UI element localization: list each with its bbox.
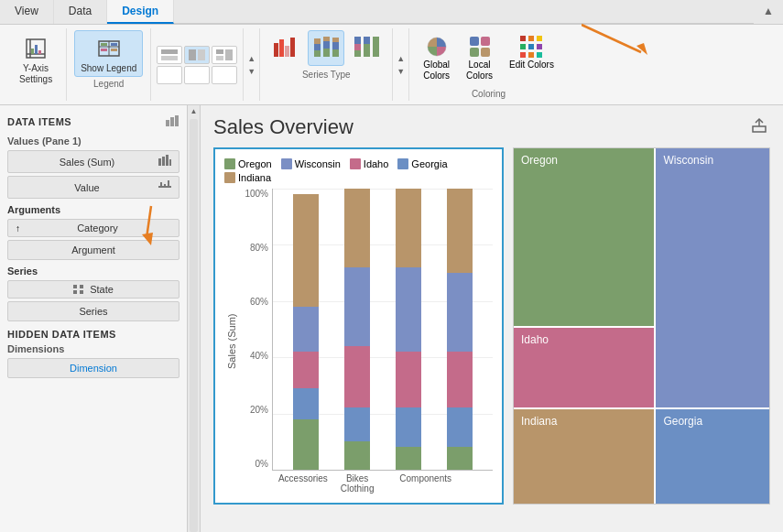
svg-rect-40: [470, 37, 479, 46]
arguments-title: Arguments: [7, 204, 179, 215]
svg-rect-31: [332, 42, 339, 49]
chart-type-icon[interactable]: [158, 154, 171, 169]
values-title: Values (Pane 1): [7, 136, 179, 147]
treemap-idaho[interactable]: Idaho: [514, 326, 654, 407]
layout-btn-1[interactable]: [157, 46, 182, 64]
values-section: Values (Pane 1) Sales (Sum) Value: [7, 136, 179, 199]
show-legend-group: Show Legend Legend: [67, 28, 151, 101]
svg-rect-12: [111, 49, 117, 51]
layout-btn-4[interactable]: [157, 66, 182, 84]
series-section: Series State Series: [7, 266, 179, 321]
svg-rect-59: [162, 157, 165, 166]
y-axis-btn[interactable]: Y-AxisSettings: [13, 30, 59, 89]
svg-rect-4: [35, 45, 38, 54]
svg-rect-65: [168, 180, 169, 186]
svg-rect-14: [161, 56, 178, 60]
svg-rect-26: [314, 38, 321, 44]
chart-title: Sales Overview: [213, 115, 353, 139]
bar-icon[interactable]: [158, 179, 171, 195]
treemap-georgia[interactable]: Georgia: [654, 407, 769, 504]
svg-rect-61: [169, 159, 171, 166]
svg-rect-18: [216, 56, 223, 60]
global-colors-btn[interactable]: GlobalColors: [417, 30, 456, 85]
treemap-indiana[interactable]: Indiana: [514, 407, 654, 504]
series-scroll-up[interactable]: ▲: [395, 52, 407, 65]
value-item[interactable]: Value: [7, 176, 179, 199]
svg-rect-47: [520, 44, 526, 49]
sales-sum-item[interactable]: Sales (Sum): [7, 150, 179, 173]
svg-rect-46: [537, 36, 542, 41]
argument-item[interactable]: Argument: [7, 240, 179, 260]
tab-design[interactable]: Design: [107, 0, 174, 24]
svg-rect-5: [38, 50, 41, 54]
svg-rect-50: [520, 52, 526, 58]
sidebar-scroll-up[interactable]: ▲: [188, 105, 200, 117]
series-scroll: ▲ ▼: [393, 28, 409, 101]
bar-group-clothing: [396, 189, 421, 470]
local-colors-label: LocalColors: [466, 60, 493, 81]
coloring-group: GlobalColors LocalColors: [409, 28, 568, 101]
toolbar-content: Y-AxisSettings: [0, 25, 783, 105]
edit-colors-label: Edit Colors: [509, 60, 554, 70]
svg-rect-60: [166, 155, 169, 166]
content-area: Sales Overview O: [201, 105, 783, 532]
sidebar-chart-icon[interactable]: [165, 113, 179, 130]
layout-btn-3[interactable]: [212, 46, 237, 64]
scroll-group: ▲ ▼: [244, 28, 260, 101]
tab-view[interactable]: View: [0, 0, 54, 24]
series-item[interactable]: Series: [7, 301, 179, 321]
bar-group-accessories: [293, 189, 319, 470]
svg-rect-43: [481, 48, 490, 57]
svg-rect-21: [279, 39, 284, 57]
chart-title-row: Sales Overview: [213, 114, 770, 140]
layout-btn-2[interactable]: [184, 46, 210, 64]
scroll-down[interactable]: ▼: [245, 65, 257, 78]
svg-rect-52: [537, 52, 542, 58]
svg-rect-3: [31, 49, 34, 54]
svg-rect-45: [528, 36, 534, 41]
layout-btn-5[interactable]: [184, 66, 210, 84]
edit-colors-btn[interactable]: Edit Colors: [503, 30, 560, 85]
tab-data[interactable]: Data: [54, 0, 107, 24]
legend-idaho: Idaho: [350, 158, 389, 169]
svg-rect-24: [314, 50, 321, 57]
series-fullstack-btn[interactable]: [348, 30, 385, 66]
treemap-wisconsin[interactable]: Wisconsin: [654, 148, 769, 407]
svg-rect-38: [373, 37, 379, 57]
global-colors-label: GlobalColors: [423, 60, 450, 81]
svg-rect-62: [158, 186, 171, 188]
series-scroll-down[interactable]: ▼: [395, 65, 407, 78]
legend-oregon: Oregon: [224, 158, 272, 169]
svg-rect-41: [481, 37, 490, 46]
treemap-oregon[interactable]: Oregon: [514, 148, 654, 326]
svg-rect-49: [537, 44, 542, 49]
layout-btn-6[interactable]: [212, 66, 237, 84]
scroll-up[interactable]: ▲: [245, 52, 257, 65]
svg-rect-9: [101, 43, 107, 46]
series-stacked-btn[interactable]: [308, 30, 344, 66]
minimize-btn[interactable]: ▲: [754, 0, 783, 24]
y-axis-label: Y-AxisSettings: [19, 63, 52, 85]
state-item[interactable]: State: [7, 280, 179, 299]
svg-rect-30: [332, 49, 339, 57]
svg-rect-25: [314, 44, 321, 50]
sidebar: DATA ITEMS Values (Pane 1) Sales (Sum) V…: [0, 105, 188, 532]
svg-rect-57: [175, 115, 179, 126]
svg-rect-56: [170, 117, 174, 126]
series-bar-btn[interactable]: [267, 30, 304, 66]
svg-rect-20: [274, 43, 278, 57]
export-btn[interactable]: [748, 114, 770, 140]
toolbar: View Data Design ▲: [0, 0, 783, 105]
bar-chart-container: Oregon Wisconsin Idaho Georgia: [213, 147, 504, 505]
show-legend-btn[interactable]: Show Legend: [74, 30, 143, 77]
local-colors-btn[interactable]: LocalColors: [460, 30, 499, 85]
svg-rect-22: [285, 46, 289, 57]
bar-group-components: [447, 189, 473, 470]
svg-rect-44: [520, 36, 526, 41]
svg-rect-19: [225, 49, 233, 60]
category-item[interactable]: ↑ Category: [7, 219, 179, 237]
y-axis-group: Y-AxisSettings: [5, 28, 67, 101]
svg-rect-29: [323, 37, 330, 41]
y-axis-ticks: 0% 20% 40% 60% 80% 100%: [237, 189, 272, 471]
dimension-item[interactable]: Dimension: [7, 358, 179, 378]
